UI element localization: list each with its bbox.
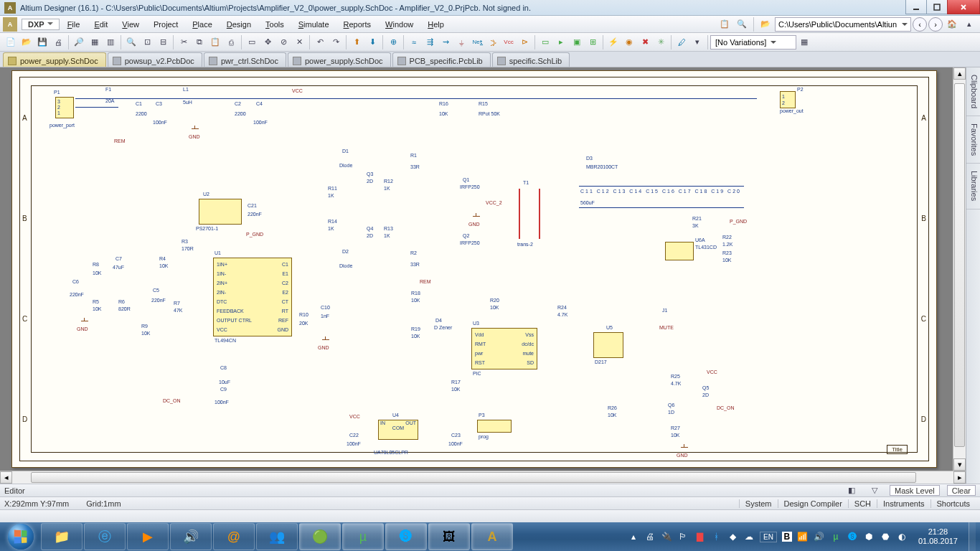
tray-skype-icon[interactable]: 🅢: [847, 531, 858, 542]
brush-drop-icon[interactable]: ▾: [689, 34, 705, 50]
tray-cloud-icon[interactable]: ☁: [743, 531, 755, 542]
close-button[interactable]: [947, 0, 980, 14]
task-chrome[interactable]: 🟢: [299, 523, 341, 550]
tray-bluetooth-icon[interactable]: ᚼ: [710, 531, 722, 542]
place-signal-icon[interactable]: ⇝: [438, 34, 453, 50]
clear-icon[interactable]: ✕: [291, 34, 307, 50]
ic-u3[interactable]: VddVss RMTdc/dc pwrmute RSTSD: [471, 328, 537, 369]
variations-combo[interactable]: [No Variations]: [710, 35, 796, 50]
panel-design-compiler[interactable]: Design Compiler: [778, 499, 848, 508]
ic-u5[interactable]: [593, 332, 623, 358]
horizontal-scrollbar[interactable]: ◂ ▸: [0, 471, 966, 484]
nav-fwd-icon[interactable]: ›: [928, 17, 943, 32]
nav-back-icon[interactable]: ‹: [913, 17, 927, 32]
task-ie[interactable]: ⓔ: [84, 523, 126, 550]
connector-p2[interactable]: 12: [780, 91, 796, 108]
tray-usb-icon[interactable]: 🔌: [661, 531, 672, 542]
task-volume[interactable]: 🔊: [170, 523, 212, 550]
place-device-sheet-icon[interactable]: ▣: [569, 34, 585, 50]
ic-u1[interactable]: 1IN+C1 1IN-E1 2IN+C2 2IN-E2 DTCCT FEEDBA…: [213, 258, 292, 336]
open-icon[interactable]: 📂: [19, 34, 34, 50]
panel-clipboard[interactable]: Clipboard: [966, 67, 980, 116]
dxp-menu[interactable]: DXP: [22, 19, 60, 30]
place-wire-icon[interactable]: ≈: [406, 34, 422, 50]
tab-power-supply-schdoc-2[interactable]: power_supply.SchDoc: [288, 52, 391, 67]
maximize-button[interactable]: [926, 0, 948, 14]
zoom-fit-icon[interactable]: ⊡: [139, 34, 155, 50]
minimize-button[interactable]: [905, 0, 927, 14]
tab-power-supply-schdoc[interactable]: power_supply.SchDoc: [3, 52, 106, 67]
tray-action-center-icon[interactable]: 🏳: [677, 531, 689, 542]
panel-system[interactable]: System: [739, 499, 778, 508]
sheet2-icon[interactable]: ▥: [103, 34, 118, 50]
tray-misc1-icon[interactable]: ⬢: [863, 531, 875, 542]
language-indicator[interactable]: EN: [760, 532, 777, 542]
tray-antivirus-icon[interactable]: ▇: [694, 531, 705, 542]
task-mail[interactable]: @: [213, 523, 255, 550]
sheet1-icon[interactable]: ▦: [87, 34, 103, 50]
scroll-thumb-v[interactable]: [954, 83, 965, 447]
task-skype[interactable]: 🅢: [385, 523, 427, 550]
place-power-icon[interactable]: Vcc: [501, 34, 517, 50]
variations-icon[interactable]: ▦: [796, 34, 812, 50]
tray-misc2-icon[interactable]: ⬣: [880, 531, 891, 542]
menu-help[interactable]: Help: [421, 18, 451, 31]
redo-icon[interactable]: ↷: [328, 34, 344, 50]
sim-run-icon[interactable]: ✖: [637, 34, 653, 50]
scroll-left-icon[interactable]: ◂: [0, 471, 12, 484]
hierarchy-up-icon[interactable]: ⬆: [349, 34, 364, 50]
preview-icon[interactable]: 🔎: [71, 34, 87, 50]
rubber-stamp-icon[interactable]: ⎙: [223, 34, 239, 50]
print-icon[interactable]: 🖨: [50, 34, 66, 50]
hierarchy-down-icon[interactable]: ⬇: [364, 34, 380, 50]
tray-bold-icon[interactable]: B: [782, 532, 792, 542]
save-icon[interactable]: 💾: [34, 34, 50, 50]
scroll-up-icon[interactable]: ▴: [953, 67, 966, 80]
panel-instruments[interactable]: Instruments: [877, 499, 930, 508]
mask-level-button[interactable]: Mask Level: [890, 485, 940, 496]
tab-specific-schlib[interactable]: specific.SchLib: [492, 52, 570, 67]
tray-app-icon[interactable]: ◆: [727, 531, 738, 542]
connector-p1[interactable]: 321: [55, 97, 74, 118]
tray-volume-icon[interactable]: 🔊: [814, 531, 825, 542]
place-bus-icon[interactable]: ⇶: [422, 34, 438, 50]
cut-icon[interactable]: ✂: [176, 34, 192, 50]
select-rect-icon[interactable]: ▭: [244, 34, 260, 50]
mask-icon[interactable]: ◧: [844, 483, 859, 499]
ic-u2[interactable]: [199, 199, 242, 225]
task-altium[interactable]: A: [471, 523, 513, 550]
ic-u4[interactable]: INOUT COM: [378, 420, 418, 440]
start-button[interactable]: [1, 522, 40, 551]
task-msn[interactable]: 👥: [256, 523, 298, 550]
panel-libraries[interactable]: Libraries: [966, 164, 980, 209]
place-harness-icon[interactable]: ⊞: [585, 34, 600, 50]
place-part-icon[interactable]: ⊳: [517, 34, 532, 50]
filter-icon[interactable]: ▽: [867, 483, 882, 499]
scroll-right-icon[interactable]: ▸: [953, 471, 966, 484]
tab-pcb-specific-pcblib[interactable]: PCB_specific.PcbLib: [392, 52, 491, 67]
connector-p3[interactable]: [477, 420, 512, 433]
tray-network-icon[interactable]: 📶: [797, 531, 809, 542]
vertical-scrollbar[interactable]: ▴ ▾: [953, 67, 966, 471]
zoom-sel-icon[interactable]: ⊟: [155, 34, 171, 50]
clear-button[interactable]: Clear: [947, 485, 976, 496]
menu-tools[interactable]: Tools: [259, 18, 291, 31]
copy-icon[interactable]: ⧉: [192, 34, 207, 50]
place-sheet-icon[interactable]: ▭: [537, 34, 553, 50]
zoom-area-icon[interactable]: 🔍: [123, 34, 139, 50]
xsignals-icon[interactable]: ✳: [653, 34, 669, 50]
task-photos[interactable]: 🖼: [428, 523, 470, 550]
menu-project[interactable]: Project: [147, 18, 184, 31]
sim-setup-icon[interactable]: ⚡: [606, 34, 621, 50]
panel-shortcuts[interactable]: Shortcuts: [930, 499, 976, 508]
menu-place[interactable]: Place: [186, 18, 219, 31]
place-gnd-icon[interactable]: ⏚: [453, 34, 469, 50]
task-utorrent[interactable]: µ: [342, 523, 384, 550]
nav-up-icon[interactable]: ▴: [961, 17, 977, 32]
tray-misc3-icon[interactable]: ◐: [896, 531, 908, 542]
menu-simulate[interactable]: Simulate: [292, 18, 336, 31]
task-wmp[interactable]: ▶: [127, 523, 169, 550]
search-icon[interactable]: 🔍: [734, 17, 750, 32]
nav-home-icon[interactable]: 🏠: [944, 17, 960, 32]
tray-printer-icon[interactable]: 🖨: [644, 531, 656, 542]
